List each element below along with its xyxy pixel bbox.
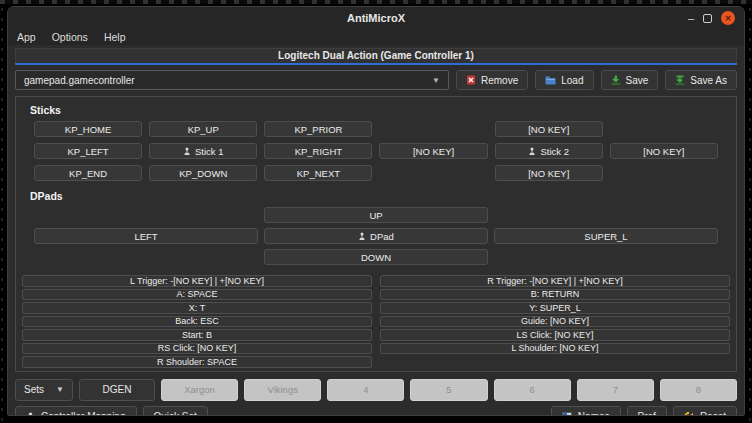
mapping-button[interactable]: L Trigger: -[NO KEY] | +[NO KEY]: [22, 275, 372, 287]
mapping-button[interactable]: KP_END: [34, 165, 142, 181]
mapping-button[interactable]: KP_RIGHT: [264, 143, 372, 159]
set-tab-8[interactable]: 8: [660, 379, 737, 401]
set-tab-6[interactable]: 6: [494, 379, 571, 401]
main-content: Logitech Dual Action (Game Controller 1)…: [8, 45, 744, 416]
controller-mapping-button[interactable]: Controller Mapping: [15, 406, 137, 417]
mapping-button[interactable]: UP: [264, 207, 488, 223]
quick-set-button[interactable]: Quick Set: [143, 406, 208, 417]
mapping-panel: Sticks KP_HOMEKP_UPKP_PRIOR[NO KEY]KP_LE…: [15, 96, 737, 372]
mapping-button-label: X: T: [189, 303, 205, 313]
mapping-button[interactable]: R Trigger: -[NO KEY] | +[NO KEY]: [380, 275, 730, 287]
window-controls: – ✕: [688, 11, 744, 25]
mapping-button[interactable]: KP_UP: [149, 121, 257, 137]
set-tab-7[interactable]: 7: [577, 379, 654, 401]
screenshot-frame-dashes: [0, 0, 752, 4]
mapping-button[interactable]: KP_LEFT: [34, 143, 142, 159]
mapping-button[interactable]: [NO KEY]: [610, 143, 718, 159]
antimicrox-window: AntiMicroX – ✕ App Options Help Logitech…: [7, 6, 745, 416]
mapping-button[interactable]: LEFT: [34, 228, 258, 244]
mapping-button[interactable]: Guide: [NO KEY]: [380, 316, 730, 328]
dpads-grid: UPLEFTDPadSUPER_LDOWN: [20, 207, 732, 265]
close-button[interactable]: ✕: [721, 11, 735, 25]
mapping-button-label: Guide: [NO KEY]: [521, 316, 589, 326]
sets-dropdown-button[interactable]: Sets ▼: [15, 379, 73, 401]
menu-help[interactable]: Help: [104, 31, 126, 43]
set-tab-xargon[interactable]: Xargon: [161, 379, 238, 401]
reset-button[interactable]: Reset: [673, 406, 737, 417]
titlebar: AntiMicroX – ✕: [8, 7, 744, 29]
mapping-button[interactable]: [NO KEY]: [379, 143, 487, 159]
mapping-button[interactable]: Back: ESC: [22, 316, 372, 328]
chevron-down-icon: ▼: [56, 385, 64, 394]
mapping-button-label: Back: ESC: [175, 316, 219, 326]
button-assignments-grid: L Trigger: -[NO KEY] | +[NO KEY]R Trigge…: [20, 275, 732, 368]
mapping-button-label: R Shoulder: SPACE: [157, 357, 237, 367]
set-tab-vikings[interactable]: Vikings: [244, 379, 321, 401]
mapping-button[interactable]: SUPER_L: [494, 228, 718, 244]
set-tab-4[interactable]: 4: [327, 379, 404, 401]
profile-combobox[interactable]: gamepad.gamecontroller ▼: [15, 70, 449, 90]
mapping-button[interactable]: DOWN: [264, 249, 488, 265]
mapping-button[interactable]: L Shoulder: [NO KEY]: [380, 343, 730, 355]
load-button-label: Load: [561, 75, 583, 86]
profile-toolbar: gamepad.gamecontroller ▼ Remove Load Sa: [15, 70, 737, 90]
controller-tab[interactable]: Logitech Dual Action (Game Controller 1): [15, 48, 737, 63]
mapping-button[interactable]: B: RETURN: [380, 289, 730, 301]
sticks-heading: Sticks: [30, 104, 732, 116]
sets-dropdown-label: Sets: [24, 384, 44, 395]
mapping-button-label: [NO KEY]: [413, 146, 454, 157]
mapping-button-label: [NO KEY]: [528, 124, 569, 135]
save-as-icon: [675, 75, 685, 85]
menubar: App Options Help: [8, 29, 744, 45]
mapping-button[interactable]: Y: SUPER_L: [380, 302, 730, 314]
mapping-button[interactable]: Start: B: [22, 329, 372, 341]
chevron-down-icon: ▼: [432, 76, 440, 85]
load-button[interactable]: Load: [535, 70, 593, 90]
mapping-button-label: R Trigger: -[NO KEY] | +[NO KEY]: [487, 276, 623, 286]
save-as-button-label: Save As: [690, 75, 727, 86]
mapping-button[interactable]: X: T: [22, 302, 372, 314]
mapping-button[interactable]: KP_HOME: [34, 121, 142, 137]
mapping-button[interactable]: [NO KEY]: [495, 165, 603, 181]
mapping-button-label: KP_DOWN: [179, 168, 227, 179]
mapping-button-label: DOWN: [361, 252, 391, 263]
mapping-button-label: KP_LEFT: [67, 146, 108, 157]
mapping-button-label: Stick 1: [195, 146, 224, 157]
mapping-button[interactable]: LS Click: [NO KEY]: [380, 329, 730, 341]
joystick-icon: [358, 232, 366, 241]
sticks-grid: KP_HOMEKP_UPKP_PRIOR[NO KEY]KP_LEFTStick…: [20, 121, 732, 181]
minimize-button[interactable]: –: [688, 13, 694, 23]
dpads-heading: DPads: [30, 190, 732, 202]
joystick-icon: [26, 412, 35, 417]
screenshot-frame-dashes: [1, 4, 3, 421]
set-tab-5[interactable]: 5: [410, 379, 487, 401]
mapping-button-label: KP_HOME: [65, 124, 111, 135]
mapping-button[interactable]: KP_PRIOR: [264, 121, 372, 137]
mapping-button[interactable]: Stick 1: [149, 143, 257, 159]
mapping-button-label: L Trigger: -[NO KEY] | +[NO KEY]: [130, 276, 264, 286]
maximize-button[interactable]: [703, 14, 712, 23]
remove-button[interactable]: Remove: [456, 70, 528, 90]
save-icon: [611, 75, 621, 85]
mapping-button[interactable]: KP_NEXT: [264, 165, 372, 181]
current-set-tab[interactable]: DGEN: [79, 379, 155, 401]
names-button-label: Names: [578, 411, 610, 416]
joystick-icon: [183, 147, 191, 156]
mapping-button-label: Y: SUPER_L: [529, 303, 581, 313]
mapping-button[interactable]: Stick 2: [495, 143, 603, 159]
mapping-button[interactable]: [NO KEY]: [495, 121, 603, 137]
mapping-button-label: KP_RIGHT: [295, 146, 343, 157]
mapping-button-label: RS Click: [NO KEY]: [158, 343, 237, 353]
mapping-button[interactable]: DPad: [264, 228, 488, 244]
mapping-button[interactable]: RS Click: [NO KEY]: [22, 343, 372, 355]
pref-button[interactable]: Pref: [627, 406, 667, 417]
mapping-button[interactable]: KP_DOWN: [149, 165, 257, 181]
mapping-button[interactable]: A: SPACE: [22, 289, 372, 301]
mapping-button[interactable]: R Shoulder: SPACE: [22, 356, 372, 368]
menu-options[interactable]: Options: [52, 31, 88, 43]
mapping-button-label: LS Click: [NO KEY]: [516, 330, 593, 340]
menu-app[interactable]: App: [17, 31, 36, 43]
names-button[interactable]: Names: [551, 406, 621, 417]
save-as-button[interactable]: Save As: [665, 70, 737, 90]
save-button[interactable]: Save: [601, 70, 659, 90]
